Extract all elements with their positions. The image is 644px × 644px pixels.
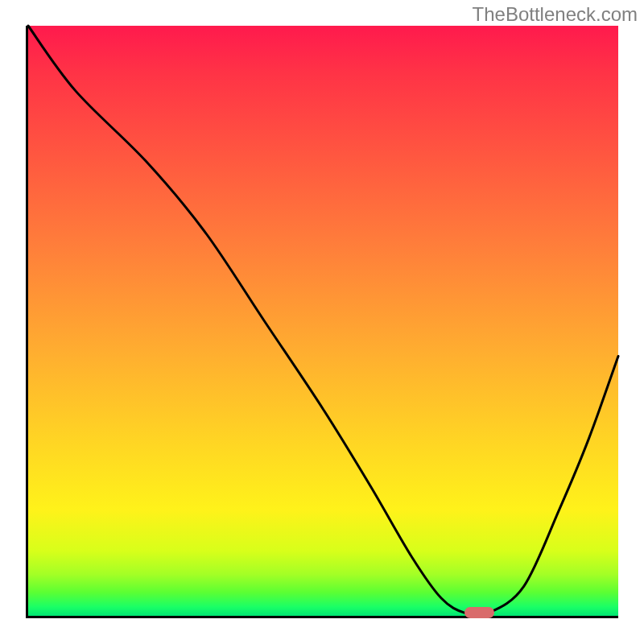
plot-area (26, 26, 618, 618)
bottleneck-curve (28, 26, 618, 616)
minimum-marker (464, 607, 494, 618)
chart-container: TheBottleneck.com (0, 0, 644, 644)
watermark-text: TheBottleneck.com (473, 3, 638, 26)
